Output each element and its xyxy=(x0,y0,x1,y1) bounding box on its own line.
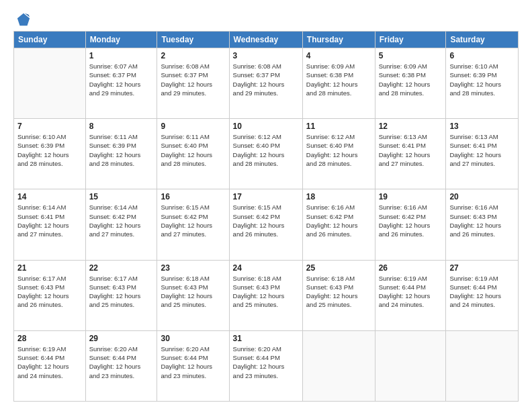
day-number: 20 xyxy=(449,192,515,201)
day-number: 5 xyxy=(379,51,443,60)
calendar-cell: 15Sunrise: 6:14 AM Sunset: 6:42 PM Dayli… xyxy=(85,189,157,260)
calendar-cell: 4Sunrise: 6:09 AM Sunset: 6:38 PM Daylig… xyxy=(302,48,375,119)
weekday-header-cell: Sunday xyxy=(14,32,86,48)
calendar-cell: 27Sunrise: 6:19 AM Sunset: 6:44 PM Dayli… xyxy=(446,260,519,330)
calendar-week-row: 21Sunrise: 6:17 AM Sunset: 6:43 PM Dayli… xyxy=(14,260,519,330)
calendar-cell: 30Sunrise: 6:20 AM Sunset: 6:44 PM Dayli… xyxy=(157,330,229,401)
day-info: Sunrise: 6:16 AM Sunset: 6:42 PM Dayligh… xyxy=(379,203,443,238)
header xyxy=(13,12,519,24)
day-info: Sunrise: 6:19 AM Sunset: 6:44 PM Dayligh… xyxy=(379,274,443,310)
day-number: 25 xyxy=(306,263,371,273)
day-number: 9 xyxy=(161,122,225,131)
day-number: 8 xyxy=(89,122,154,131)
calendar-cell: 21Sunrise: 6:17 AM Sunset: 6:43 PM Dayli… xyxy=(14,260,86,330)
calendar-cell: 10Sunrise: 6:12 AM Sunset: 6:40 PM Dayli… xyxy=(229,119,302,189)
calendar-cell: 31Sunrise: 6:20 AM Sunset: 6:44 PM Dayli… xyxy=(229,330,302,401)
day-info: Sunrise: 6:14 AM Sunset: 6:41 PM Dayligh… xyxy=(17,203,82,238)
calendar-week-row: 1Sunrise: 6:07 AM Sunset: 6:37 PM Daylig… xyxy=(14,48,519,119)
day-number: 23 xyxy=(161,263,225,273)
day-info: Sunrise: 6:07 AM Sunset: 6:37 PM Dayligh… xyxy=(89,62,154,97)
calendar-cell: 17Sunrise: 6:15 AM Sunset: 6:42 PM Dayli… xyxy=(229,189,302,260)
calendar-cell: 29Sunrise: 6:20 AM Sunset: 6:44 PM Dayli… xyxy=(85,330,157,401)
calendar-cell xyxy=(14,48,86,119)
calendar-cell: 12Sunrise: 6:13 AM Sunset: 6:41 PM Dayli… xyxy=(375,119,446,189)
calendar-cell: 28Sunrise: 6:19 AM Sunset: 6:44 PM Dayli… xyxy=(14,330,86,401)
day-info: Sunrise: 6:10 AM Sunset: 6:39 PM Dayligh… xyxy=(17,132,82,168)
logo-icon xyxy=(16,12,31,27)
weekday-header-cell: Friday xyxy=(375,32,446,48)
calendar-cell: 19Sunrise: 6:16 AM Sunset: 6:42 PM Dayli… xyxy=(375,189,446,260)
day-number: 13 xyxy=(449,122,515,131)
day-number: 26 xyxy=(379,263,443,273)
day-number: 14 xyxy=(17,192,82,201)
day-number: 10 xyxy=(233,122,299,131)
calendar-body: 1Sunrise: 6:07 AM Sunset: 6:37 PM Daylig… xyxy=(14,48,519,402)
calendar-cell: 26Sunrise: 6:19 AM Sunset: 6:44 PM Dayli… xyxy=(375,260,446,330)
day-info: Sunrise: 6:11 AM Sunset: 6:39 PM Dayligh… xyxy=(89,132,154,168)
day-number: 12 xyxy=(379,122,443,131)
calendar-week-row: 14Sunrise: 6:14 AM Sunset: 6:41 PM Dayli… xyxy=(14,189,519,260)
calendar-cell: 7Sunrise: 6:10 AM Sunset: 6:39 PM Daylig… xyxy=(14,119,86,189)
day-info: Sunrise: 6:17 AM Sunset: 6:43 PM Dayligh… xyxy=(89,274,154,310)
day-info: Sunrise: 6:20 AM Sunset: 6:44 PM Dayligh… xyxy=(89,345,154,380)
day-number: 29 xyxy=(89,334,154,343)
weekday-header-cell: Tuesday xyxy=(157,32,229,48)
day-number: 31 xyxy=(233,334,299,343)
day-number: 15 xyxy=(89,192,154,201)
day-number: 22 xyxy=(89,263,154,273)
day-info: Sunrise: 6:19 AM Sunset: 6:44 PM Dayligh… xyxy=(17,345,82,380)
day-number: 21 xyxy=(17,263,82,273)
weekday-header-cell: Monday xyxy=(85,32,157,48)
calendar-cell: 13Sunrise: 6:13 AM Sunset: 6:41 PM Dayli… xyxy=(446,119,519,189)
day-number: 6 xyxy=(449,51,515,60)
weekday-header-cell: Wednesday xyxy=(229,32,302,48)
day-info: Sunrise: 6:16 AM Sunset: 6:42 PM Dayligh… xyxy=(306,203,371,238)
day-info: Sunrise: 6:12 AM Sunset: 6:40 PM Dayligh… xyxy=(306,132,371,168)
calendar-cell: 5Sunrise: 6:09 AM Sunset: 6:38 PM Daylig… xyxy=(375,48,446,119)
day-info: Sunrise: 6:20 AM Sunset: 6:44 PM Dayligh… xyxy=(233,345,299,380)
day-info: Sunrise: 6:15 AM Sunset: 6:42 PM Dayligh… xyxy=(161,203,225,238)
logo xyxy=(13,12,31,24)
day-number: 28 xyxy=(17,334,82,343)
calendar-cell: 2Sunrise: 6:08 AM Sunset: 6:37 PM Daylig… xyxy=(157,48,229,119)
calendar-cell: 9Sunrise: 6:11 AM Sunset: 6:40 PM Daylig… xyxy=(157,119,229,189)
day-number: 24 xyxy=(233,263,299,273)
day-number: 1 xyxy=(89,51,154,60)
day-number: 18 xyxy=(306,192,371,201)
day-number: 11 xyxy=(306,122,371,131)
day-info: Sunrise: 6:10 AM Sunset: 6:39 PM Dayligh… xyxy=(449,62,515,97)
day-number: 30 xyxy=(161,334,225,343)
calendar-cell: 8Sunrise: 6:11 AM Sunset: 6:39 PM Daylig… xyxy=(85,119,157,189)
day-number: 17 xyxy=(233,192,299,201)
day-info: Sunrise: 6:13 AM Sunset: 6:41 PM Dayligh… xyxy=(379,132,443,168)
day-info: Sunrise: 6:17 AM Sunset: 6:43 PM Dayligh… xyxy=(17,274,82,310)
day-info: Sunrise: 6:11 AM Sunset: 6:40 PM Dayligh… xyxy=(161,132,225,168)
day-number: 19 xyxy=(379,192,443,201)
calendar-cell: 6Sunrise: 6:10 AM Sunset: 6:39 PM Daylig… xyxy=(446,48,519,119)
calendar-cell xyxy=(302,330,375,401)
calendar-table: SundayMondayTuesdayWednesdayThursdayFrid… xyxy=(13,31,519,402)
calendar-cell: 16Sunrise: 6:15 AM Sunset: 6:42 PM Dayli… xyxy=(157,189,229,260)
day-info: Sunrise: 6:16 AM Sunset: 6:43 PM Dayligh… xyxy=(449,203,515,238)
calendar-week-row: 7Sunrise: 6:10 AM Sunset: 6:39 PM Daylig… xyxy=(14,119,519,189)
calendar-cell: 25Sunrise: 6:18 AM Sunset: 6:43 PM Dayli… xyxy=(302,260,375,330)
day-number: 2 xyxy=(161,51,225,60)
day-number: 16 xyxy=(161,192,225,201)
calendar-cell: 3Sunrise: 6:08 AM Sunset: 6:37 PM Daylig… xyxy=(229,48,302,119)
day-info: Sunrise: 6:09 AM Sunset: 6:38 PM Dayligh… xyxy=(306,62,371,97)
calendar-cell: 20Sunrise: 6:16 AM Sunset: 6:43 PM Dayli… xyxy=(446,189,519,260)
day-info: Sunrise: 6:14 AM Sunset: 6:42 PM Dayligh… xyxy=(89,203,154,238)
day-info: Sunrise: 6:08 AM Sunset: 6:37 PM Dayligh… xyxy=(161,62,225,97)
day-number: 3 xyxy=(233,51,299,60)
weekday-header-cell: Saturday xyxy=(446,32,519,48)
day-info: Sunrise: 6:12 AM Sunset: 6:40 PM Dayligh… xyxy=(233,132,299,168)
day-info: Sunrise: 6:08 AM Sunset: 6:37 PM Dayligh… xyxy=(233,62,299,97)
calendar-cell: 18Sunrise: 6:16 AM Sunset: 6:42 PM Dayli… xyxy=(302,189,375,260)
calendar-page: SundayMondayTuesdayWednesdayThursdayFrid… xyxy=(0,0,532,411)
day-info: Sunrise: 6:09 AM Sunset: 6:38 PM Dayligh… xyxy=(379,62,443,97)
day-info: Sunrise: 6:18 AM Sunset: 6:43 PM Dayligh… xyxy=(233,274,299,310)
calendar-cell xyxy=(375,330,446,401)
day-number: 27 xyxy=(449,263,515,273)
calendar-cell: 23Sunrise: 6:18 AM Sunset: 6:43 PM Dayli… xyxy=(157,260,229,330)
weekday-header-cell: Thursday xyxy=(302,32,375,48)
